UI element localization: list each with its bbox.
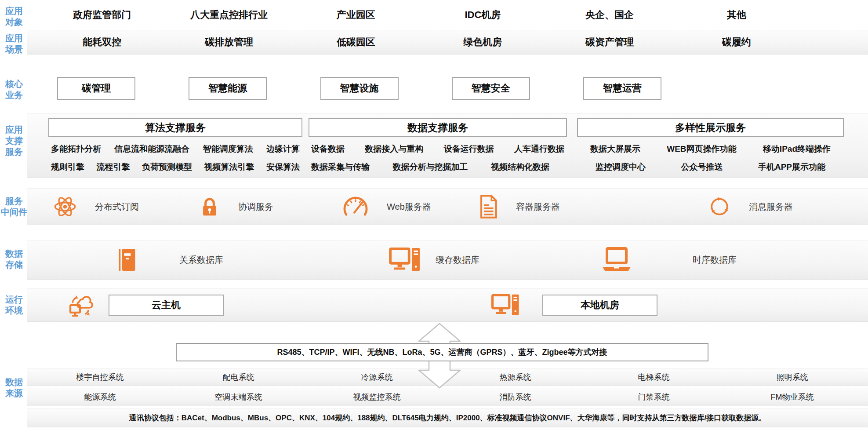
document-icon <box>478 194 498 219</box>
protocol-note: 通讯协议包括：BACet、Modbus、MBus、OPC、KNX、104规约、1… <box>27 408 868 427</box>
storage-label: 关系数据库 <box>179 254 223 266</box>
middleware-item: 分布式订阅 <box>53 189 139 225</box>
cloud-host-box: 云主机 <box>109 295 224 316</box>
support-item: 视频结构化数据 <box>491 161 549 173</box>
support-item: 设备运行数据 <box>444 143 494 155</box>
application-object-item: 政府监管部门 <box>39 8 166 22</box>
support-item: 边缘计算 <box>266 143 300 155</box>
application-object-item: 产业园区 <box>292 8 419 22</box>
architecture-diagram: 应用 对象 应用 场景 核心 业务 应用 支撑 服务 服务 中间件 数据 存储 … <box>0 0 868 430</box>
atom-icon <box>53 194 77 219</box>
support-item: 信息流和能源流融合 <box>114 143 189 155</box>
band-application-objects: 政府监管部门 八大重点控排行业 产业园区 IDC机房 央企、国企 其他 <box>27 2 868 28</box>
support-services-flex: 算法支撑服务 多能拓扑分析 信息流和能源流融合 智能调度算法 边缘计算 规则引擎… <box>48 114 868 173</box>
support-col-algorithm: 算法支撑服务 多能拓扑分析 信息流和能源流融合 智能调度算法 边缘计算 规则引擎… <box>48 118 302 173</box>
support-col-data: 数据支撑服务 设备数据 数据接入与重构 设备运行数据 人车通行数据 数据采集与传… <box>309 118 567 173</box>
row-label-line: 应用 <box>0 124 28 135</box>
row-label-line: 应用 <box>0 33 28 44</box>
middleware-item: 协调服务 <box>199 189 273 225</box>
support-item: 监控调度中心 <box>596 161 646 173</box>
system-item: 电梯系统 <box>585 372 723 383</box>
support-col-display: 多样性展示服务 数据大屏展示 WEB网页操作功能 移动IPad终端操作 监控调度… <box>577 118 844 173</box>
row-label-line: 对象 <box>0 17 28 28</box>
band-support-services: 算法支撑服务 多能拓扑分析 信息流和能源流融合 智能调度算法 边缘计算 规则引擎… <box>27 113 868 178</box>
band-systems-row2: 能源系统 空调末端系统 视频监控系统 消防系统 门禁系统 FM物业系统 <box>27 388 868 406</box>
row-label-line: 运行 <box>0 294 28 305</box>
gauge-icon <box>342 195 369 218</box>
middleware-item: Web服务器 <box>342 189 431 225</box>
row-label-application-scenes: 应用 场景 <box>0 33 28 55</box>
support-item-line: 规则引擎 流程引擎 负荷预测模型 视频算法引擎 安保算法 <box>48 161 302 173</box>
support-item: 智能调度算法 <box>203 143 253 155</box>
row-label-line: 数据 <box>0 248 28 259</box>
row-label-middleware: 服务 中间件 <box>0 196 28 218</box>
system-item: 空调末端系统 <box>169 392 308 402</box>
system-item: 视频监控系统 <box>308 392 446 402</box>
application-object-item: IDC机房 <box>419 8 546 22</box>
middleware-label: 协调服务 <box>238 201 273 213</box>
system-item: 楼宇自控系统 <box>31 372 169 383</box>
row-label-line: 存储 <box>0 259 28 270</box>
row-label-line: 数据 <box>0 377 28 388</box>
storage-label: 缓存数据库 <box>436 254 479 266</box>
desktop-pc-icon <box>389 246 421 273</box>
application-scene-item: 碳排放管理 <box>166 36 293 49</box>
storage-label: 时序数据库 <box>693 254 737 266</box>
row-label-support-services: 应用 支撑 服务 <box>0 124 28 157</box>
support-item: 手机APP展示功能 <box>758 161 825 173</box>
middleware-label: 容器服务器 <box>516 201 560 213</box>
band-core-business: 碳管理 智慧能源 智慧设施 智慧安全 智慧运营 <box>27 66 868 111</box>
system-item: 消防系统 <box>446 392 585 402</box>
band-application-scenes: 能耗双控 碳排放管理 低碳园区 绿色机房 碳资产管理 碳履约 <box>27 30 868 55</box>
support-item: 数据大屏展示 <box>590 143 640 155</box>
storage-item: 关系数据库 <box>116 241 223 279</box>
storage-item: 缓存数据库 <box>389 241 479 279</box>
support-item: 多能拓扑分析 <box>51 143 101 155</box>
row-label-line: 场景 <box>0 44 28 55</box>
support-item: 数据接入与重构 <box>365 143 423 155</box>
support-item: 流程引擎 <box>97 161 130 173</box>
support-header-box: 多样性展示服务 <box>577 118 844 137</box>
band-data-storage: 关系数据库 缓存数据库 时序数据库 <box>27 240 868 280</box>
support-item: 数据分析与挖掘加工 <box>393 161 468 173</box>
runtime-item: 云主机 <box>68 289 224 321</box>
application-scene-item: 低碳园区 <box>292 36 419 49</box>
support-item-line: 多能拓扑分析 信息流和能源流融合 智能调度算法 边缘计算 <box>48 143 302 155</box>
support-item: 负荷预测模型 <box>142 161 192 173</box>
middleware-label: 分布式订阅 <box>95 201 139 213</box>
band-middleware: 分布式订阅 协调服务 Web服务器 容器服务器 消息服务器 <box>27 188 868 225</box>
system-item: 能源系统 <box>31 392 169 402</box>
system-item: 照明系统 <box>723 372 861 383</box>
storage-item: 时序数据库 <box>600 241 737 279</box>
row-label-line: 核心 <box>0 79 28 90</box>
core-business-box: 智慧安全 <box>452 77 530 100</box>
row-label-application-objects: 应用 对象 <box>0 6 28 28</box>
row-label-line: 应用 <box>0 6 28 17</box>
support-header-box: 算法支撑服务 <box>48 118 302 137</box>
support-item: 设备数据 <box>311 143 345 155</box>
application-objects-grid: 政府监管部门 八大重点控排行业 产业园区 IDC机房 央企、国企 其他 <box>39 2 800 28</box>
core-business-box: 智慧运营 <box>583 77 661 100</box>
row-label-line: 服务 <box>0 146 28 157</box>
row-label-data-sources: 数据 来源 <box>0 377 28 399</box>
support-item: 公众号推送 <box>681 161 723 173</box>
row-label-line: 来源 <box>0 388 28 399</box>
band-protocol-note: 通讯协议包括：BACet、Modbus、MBus、OPC、KNX、104规约、1… <box>27 408 868 427</box>
support-item: 移动IPad终端操作 <box>763 143 831 155</box>
support-item: 安保算法 <box>266 161 300 173</box>
systems-grid-row2: 能源系统 空调末端系统 视频监控系统 消防系统 门禁系统 FM物业系统 <box>31 388 861 406</box>
support-header-box: 数据支撑服务 <box>309 118 567 137</box>
runtime-item: 本地机房 <box>491 289 657 321</box>
row-label-line: 服务 <box>0 196 28 207</box>
support-item-line: 数据大屏展示 WEB网页操作功能 移动IPad终端操作 <box>577 143 844 155</box>
support-item-line: 设备数据 数据接入与重构 设备运行数据 人车通行数据 <box>309 143 567 155</box>
application-object-item: 其他 <box>673 8 800 22</box>
application-scene-item: 碳履约 <box>673 36 800 49</box>
sync-icon <box>708 195 731 219</box>
row-label-data-storage: 数据 存储 <box>0 248 28 270</box>
application-object-item: 八大重点控排行业 <box>166 8 293 22</box>
core-business-box: 智慧设施 <box>320 77 399 100</box>
middleware-label: 消息服务器 <box>749 201 793 213</box>
support-item: WEB网页操作功能 <box>667 143 736 155</box>
row-label-line: 中间件 <box>0 207 28 218</box>
